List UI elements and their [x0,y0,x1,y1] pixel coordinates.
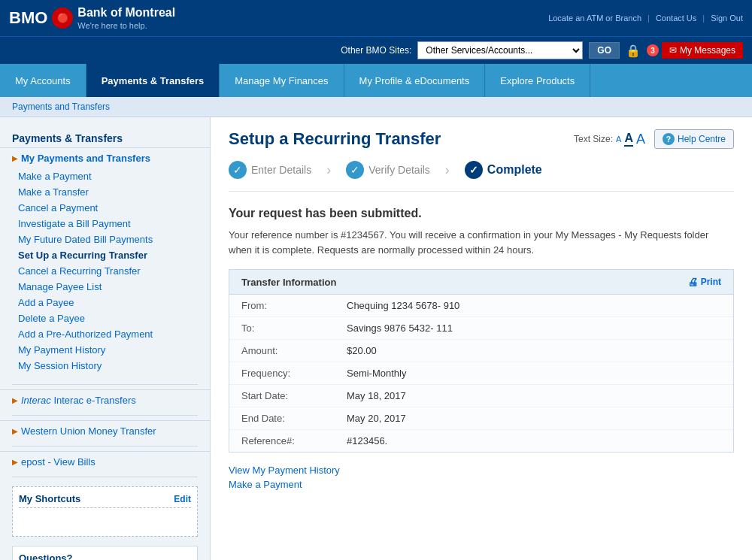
confirmation-heading: Your request has been submitted. [229,207,734,220]
bmo-circle-icon: 🔴 [52,8,73,29]
my-messages-button[interactable]: ✉ My Messages [662,42,743,59]
transfer-info-box: Transfer Information 🖨 Print From: Chequ… [229,269,734,453]
table-row: Start Date: May 18, 2017 [229,385,733,407]
content-wrapper: Payments & Transfers ▶ My Payments and T… [0,117,752,560]
top-bar-links: Locate an ATM or Branch | Contact Us | S… [548,14,743,23]
sidebar-section-my-payments-label: My Payments and Transfers [21,153,150,164]
sidebar-manage-payee-list[interactable]: Manage Payee List [18,279,198,295]
sidebar-interac-label: Interac Interac e-Transfers [21,395,136,406]
end-date-value: May 20, 2017 [335,407,733,430]
go-button[interactable]: GO [589,42,620,59]
step3-label: Complete [487,163,542,177]
lock-icon: 🔒 [626,44,641,58]
step3-check-icon: ✓ [465,161,483,179]
questions-header: Questions? [19,552,191,560]
to-value: Savings 9876 5432- 111 [335,317,733,340]
step1-label: Enter Details [251,164,311,176]
text-size-small[interactable]: A [616,135,621,144]
to-label: To: [229,317,335,340]
frequency-label: Frequency: [229,362,335,385]
start-date-value: May 18, 2017 [335,385,733,407]
reference-label: Reference#: [229,430,335,453]
breadcrumb: Payments and Transfers [0,97,752,117]
sidebar-divider-1 [12,384,198,385]
sidebar-future-dated-bill-payments[interactable]: My Future Dated Bill Payments [18,232,198,247]
help-centre-button[interactable]: ? Help Centre [654,129,734,149]
text-size-controls: Text Size: A A A [574,132,645,147]
page-header: Setup a Recurring Transfer Text Size: A … [229,129,734,149]
end-date-label: End Date: [229,407,335,430]
sidebar-section-western-union[interactable]: ▶ Western Union Money Transfer [0,420,210,441]
text-size-label: Text Size: [574,134,613,144]
nav-payments-transfers[interactable]: Payments & Transfers [86,64,220,97]
from-label: From: [229,295,335,317]
questions-box: Questions? ? Ask a question 📅 Book or Ma… [12,546,198,560]
make-payment-link[interactable]: Make a Payment [229,479,734,490]
step-separator-1: › [326,162,331,178]
shortcuts-content [19,507,191,530]
shortcuts-header: My Shortcuts Edit [19,493,191,504]
transfer-box-header: Transfer Information 🖨 Print [229,270,733,295]
nav-my-accounts[interactable]: My Accounts [0,64,86,97]
sidebar-make-payment[interactable]: Make a Payment [18,168,198,184]
amount-value: $20.00 [335,340,733,362]
messages-label: My Messages [680,45,735,56]
text-size-medium[interactable]: A [624,132,633,147]
step-verify-details: ✓ Verify Details [346,161,430,179]
sidebar-cancel-payment[interactable]: Cancel a Payment [18,200,198,216]
sidebar-my-payment-history[interactable]: My Payment History [18,342,198,358]
header-top-row: BMO 🔴 Bank of Montreal We're here to hel… [0,0,752,36]
print-button[interactable]: 🖨 Print [687,276,721,288]
separator-2: | [702,14,705,23]
sidebar-section-my-payments[interactable]: ▶ My Payments and Transfers [0,147,210,168]
sidebar-delete-payee[interactable]: Delete a Payee [18,310,198,326]
envelope-icon: ✉ [669,45,677,56]
bank-name: Bank of Montreal [77,6,175,20]
nav-profile-edocuments[interactable]: My Profile & eDocuments [344,64,486,97]
reference-value: #123456. [335,430,733,453]
progress-steps: ✓ Enter Details › ✓ Verify Details › ✓ C… [229,161,734,192]
shortcuts-title: My Shortcuts [19,493,80,504]
locate-atm-link[interactable]: Locate an ATM or Branch [548,14,641,23]
view-payment-history-link[interactable]: View My Payment History [229,465,734,476]
step-separator-2: › [445,162,450,178]
start-date-label: Start Date: [229,385,335,407]
tagline: We're here to help. [77,21,175,30]
sidebar-title: Payments & Transfers [0,126,210,147]
step2-check-icon: ✓ [346,161,364,179]
sidebar-western-union-label: Western Union Money Transfer [21,425,156,437]
sidebar-cancel-recurring-transfer[interactable]: Cancel a Recurring Transfer [18,263,198,279]
step-complete: ✓ Complete [465,161,542,179]
sidebar-my-session-history[interactable]: My Session History [18,358,198,374]
shortcuts-edit-link[interactable]: Edit [174,494,191,504]
print-label: Print [701,277,721,287]
step1-check-icon: ✓ [229,161,247,179]
sidebar-divider-3 [12,446,198,446]
text-size-large[interactable]: A [636,132,645,147]
table-row: To: Savings 9876 5432- 111 [229,317,733,340]
sidebar-section-interac[interactable]: ▶ Interac Interac e-Transfers [0,389,210,410]
contact-us-link[interactable]: Contact Us [656,14,696,23]
other-sites-label: Other BMO Sites: [341,45,411,56]
sidebar-epost-label: epost - View Bills [21,456,96,468]
sidebar-add-payee[interactable]: Add a Payee [18,295,198,310]
nav-explore-products[interactable]: Explore Products [485,64,590,97]
messages-badge: 3 [647,44,659,56]
sidebar-setup-recurring-transfer[interactable]: Set Up a Recurring Transfer [18,247,198,263]
other-sites-select[interactable]: Other Services/Accounts... [417,41,583,59]
page-title: Setup a Recurring Transfer [229,129,441,149]
shortcuts-box: My Shortcuts Edit [12,486,198,537]
sidebar-investigate-bill-payment[interactable]: Investigate a Bill Payment [18,216,198,232]
bmo-logo: BMO 🔴 Bank of Montreal We're here to hel… [9,6,175,30]
transfer-table: From: Chequing 1234 5678- 910 To: Saving… [229,295,733,452]
nav-manage-finances[interactable]: Manage My Finances [220,64,344,97]
sidebar-add-preauth-payment[interactable]: Add a Pre-Authorized Payment [18,326,198,342]
sidebar-make-transfer[interactable]: Make a Transfer [18,184,198,200]
sign-out-link[interactable]: Sign Out [711,14,743,23]
step-enter-details: ✓ Enter Details [229,161,311,179]
sidebar-divider-2 [12,415,198,416]
sidebar: Payments & Transfers ▶ My Payments and T… [0,117,211,560]
breadcrumb-payments-link[interactable]: Payments and Transfers [12,101,110,112]
sidebar-section-epost[interactable]: ▶ epost - View Bills [0,451,210,472]
main-content: Setup a Recurring Transfer Text Size: A … [211,117,752,560]
